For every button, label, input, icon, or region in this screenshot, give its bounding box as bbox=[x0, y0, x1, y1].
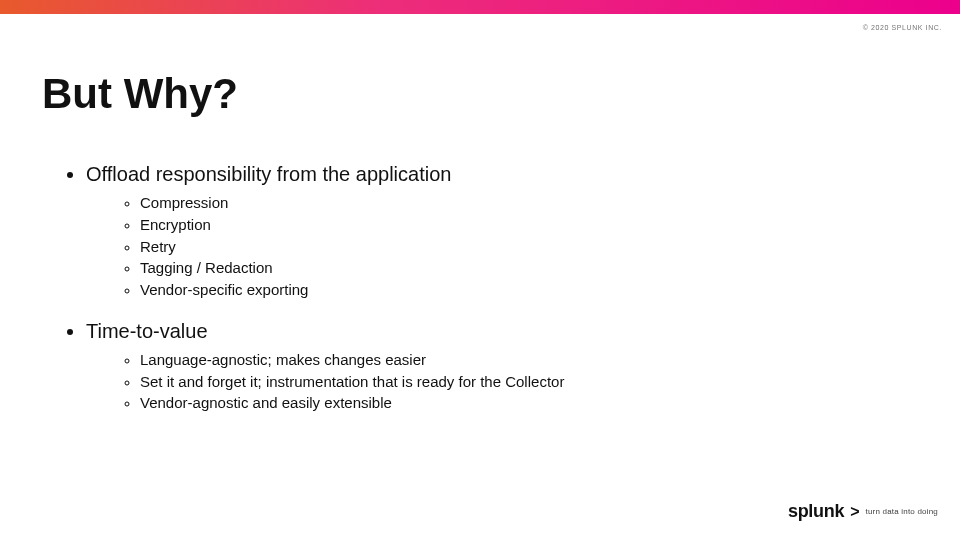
sub-item: Encryption bbox=[140, 214, 920, 236]
list-item-text: Time-to-value bbox=[86, 320, 208, 342]
list-item: Offload responsibility from the applicat… bbox=[86, 160, 920, 301]
list-item: Time-to-value Language-agnostic; makes c… bbox=[86, 317, 920, 414]
sub-list: Language-agnostic; makes changes easier … bbox=[86, 349, 920, 414]
bullet-list: Offload responsibility from the applicat… bbox=[60, 160, 920, 414]
sub-item: Compression bbox=[140, 192, 920, 214]
sub-item: Retry bbox=[140, 236, 920, 258]
sub-item: Tagging / Redaction bbox=[140, 257, 920, 279]
logo-tagline: turn data into doing bbox=[866, 507, 939, 516]
sub-item: Vendor-agnostic and easily extensible bbox=[140, 392, 920, 414]
logo-brand: splunk bbox=[788, 501, 844, 522]
sub-item: Language-agnostic; makes changes easier bbox=[140, 349, 920, 371]
content: Offload responsibility from the applicat… bbox=[60, 160, 920, 430]
logo-arrow-icon: > bbox=[850, 503, 859, 521]
copyright: © 2020 SPLUNK INC. bbox=[863, 24, 942, 31]
list-item-text: Offload responsibility from the applicat… bbox=[86, 163, 451, 185]
sub-item: Vendor-specific exporting bbox=[140, 279, 920, 301]
splunk-logo: splunk > turn data into doing bbox=[788, 501, 938, 522]
sub-list: Compression Encryption Retry Tagging / R… bbox=[86, 192, 920, 301]
sub-item: Set it and forget it; instrumentation th… bbox=[140, 371, 920, 393]
page-title: But Why? bbox=[42, 70, 238, 118]
brand-top-bar bbox=[0, 0, 960, 14]
slide: © 2020 SPLUNK INC. But Why? Offload resp… bbox=[0, 0, 960, 540]
